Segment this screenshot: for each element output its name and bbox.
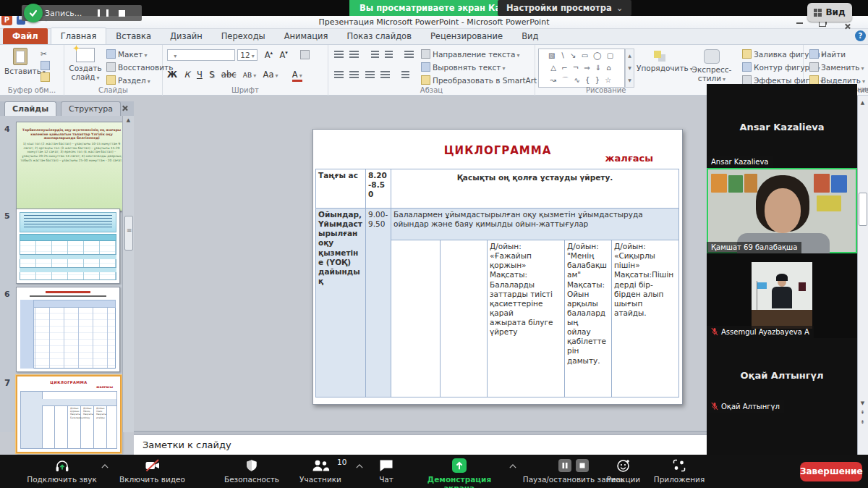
end-meeting-button[interactable]: Завершение: [800, 462, 862, 481]
slide-canvas[interactable]: ЦИКЛОГРАММА жалғасы Таңғы ас 8.20-8.50 Қ…: [312, 129, 683, 405]
slide-thumbnail-6[interactable]: [16, 287, 120, 372]
group-label[interactable]: Буфер обм...: [0, 86, 64, 94]
arrange-button[interactable]: Упорядочить: [637, 49, 683, 72]
tab-slideshow[interactable]: Показ слайдов: [338, 28, 421, 44]
participant-tile-active-speaker[interactable]: Қамшат 69 балабақша: [707, 168, 857, 253]
section-button[interactable]: Раздел: [106, 75, 150, 85]
character-spacing-button[interactable]: АВ: [243, 72, 256, 79]
pause-recording-icon[interactable]: [558, 459, 571, 472]
table-cell-row1-label[interactable]: Таңғы ас: [315, 169, 366, 209]
help-icon[interactable]: ?: [855, 30, 866, 41]
scrollbar-thumb[interactable]: [124, 216, 133, 251]
strikethrough-button[interactable]: abc: [221, 70, 237, 80]
tab-home[interactable]: Главная: [51, 28, 107, 44]
cut-button[interactable]: ✂: [41, 49, 47, 58]
shapes-gallery[interactable]: ▨ ∖ ↘ ▭ ◯ ▢ △ ⌐ ¬ ⇒ ⇓ ⌂ ↝ ⌒ ∿ { } ☆: [538, 49, 625, 88]
table-subcell-2[interactable]: [440, 240, 488, 397]
view-button[interactable]: Вид: [807, 3, 852, 22]
table-cell-row2-label[interactable]: Ойындар,Үйымдастырылған оқу қызметіне (Ү…: [315, 208, 366, 397]
quick-styles-button[interactable]: Экспресс-стили: [684, 49, 739, 83]
security-button[interactable]: Безопасность: [219, 458, 284, 484]
change-case-button[interactable]: Аа: [263, 70, 278, 80]
columns-icon[interactable]: [401, 71, 409, 78]
view-settings-button[interactable]: Настройки просмотра: [498, 0, 631, 16]
layout-button[interactable]: Макет: [106, 49, 147, 59]
participant-tile[interactable]: Ansar Kazalieva Ansar Kazalieva: [707, 84, 857, 168]
tab-view[interactable]: Вид: [512, 28, 548, 44]
tab-design[interactable]: Дизайн: [161, 28, 212, 44]
main-scrollbar[interactable]: ние ▲ ▼⇞⇟: [857, 84, 868, 455]
participants-options-chevron[interactable]: [356, 463, 363, 469]
reactions-button[interactable]: Реакции: [602, 458, 645, 484]
tab-insert[interactable]: Вставка: [106, 28, 161, 44]
join-audio-button[interactable]: Подключить звук: [20, 458, 103, 484]
chat-button[interactable]: Чат: [370, 458, 402, 484]
pause-recording-icon[interactable]: [98, 9, 109, 17]
participants-button[interactable]: Участники 10: [292, 458, 349, 484]
table-subcell-5[interactable]: Д/ойын: «Сиқырлы пішін» Мақсаты:Пішін де…: [611, 240, 679, 397]
slide-thumbnail-5[interactable]: [16, 209, 120, 284]
shapes-row[interactable]: ↝ ⌒ ∿ { } ☆: [539, 74, 624, 86]
share-screen-button[interactable]: Демонстрация экрана: [412, 458, 506, 488]
font-name-combo[interactable]: [167, 49, 235, 61]
participant-tile[interactable]: Assemgul Ayazbayeva A: [707, 253, 857, 338]
new-slide-button[interactable]: Создать слайд: [67, 48, 103, 81]
tab-file[interactable]: Файл: [3, 28, 48, 44]
text-direction-button[interactable]: Направление текста: [421, 49, 519, 59]
share-options-chevron[interactable]: [509, 463, 516, 469]
start-video-button[interactable]: Включить видео: [114, 458, 190, 484]
grow-font-button[interactable]: А▴: [265, 50, 273, 60]
table-subcell-3[interactable]: Д/ойын: «Ғажайып қоржын» Мақсаты: Балала…: [487, 240, 565, 397]
audio-options-chevron[interactable]: [101, 463, 109, 469]
shapes-gallery-scrollbar[interactable]: ▲▼▼: [625, 49, 634, 88]
scrollbar-thumb[interactable]: [859, 193, 867, 226]
stop-recording-icon[interactable]: [119, 10, 125, 17]
slide-thumbnail-4[interactable]: Тәрбиеленушілердің оқу жүктемесінің ең ж…: [16, 122, 127, 211]
find-button[interactable]: Найти: [809, 49, 846, 59]
bullets-icon[interactable]: [334, 51, 344, 58]
powerpoint-icon[interactable]: P: [1, 14, 12, 25]
shrink-font-button[interactable]: А▾: [279, 50, 287, 60]
increase-indent-icon[interactable]: [385, 51, 393, 58]
shapes-row[interactable]: △ ⌐ ¬ ⇒ ⇓ ⌂: [539, 62, 624, 74]
paste-button[interactable]: Вставить: [4, 48, 36, 75]
line-spacing-icon[interactable]: [404, 51, 414, 58]
close-button[interactable]: [838, 22, 856, 30]
stop-recording-icon[interactable]: [576, 459, 589, 472]
clear-formatting-icon[interactable]: [300, 50, 310, 59]
scroll-up-icon[interactable]: ▲: [857, 100, 868, 106]
tab-animation[interactable]: Анимация: [275, 28, 338, 44]
underline-button[interactable]: Ч: [197, 70, 203, 80]
table-cell-row2-content[interactable]: Балалармен ұйымдастырылған оқу қызметін …: [391, 208, 679, 240]
scroll-up-icon[interactable]: ▲: [123, 117, 134, 123]
table-cell-row1-time[interactable]: 8.20-8.50: [365, 169, 391, 209]
align-center-icon[interactable]: [349, 71, 359, 78]
table-cell-row1-content[interactable]: Қасықты оң қолға ұстауды үйрету.: [391, 169, 679, 209]
previous-next-slide-buttons[interactable]: ▼⇞⇟: [857, 399, 868, 427]
minimize-button[interactable]: [790, 19, 809, 28]
align-right-icon[interactable]: [365, 71, 375, 78]
slides-panel-scrollbar[interactable]: ▲: [122, 116, 134, 432]
shapes-row[interactable]: ▨ ∖ ↘ ▭ ◯ ▢: [539, 49, 624, 62]
participant-tile[interactable]: Оқай Алтынгүл Оқай Алтынгүл: [707, 338, 857, 455]
font-color-button[interactable]: А: [292, 70, 302, 82]
tab-transitions[interactable]: Переходы: [212, 28, 275, 44]
tab-review[interactable]: Рецензирование: [421, 28, 512, 44]
copy-button[interactable]: [41, 61, 52, 70]
align-left-icon[interactable]: [334, 71, 344, 78]
table-subcell-4[interactable]: Д/ойын: "Менің балабақшам" Мақсаты: Ойын…: [564, 240, 612, 397]
numbering-icon[interactable]: [349, 51, 359, 58]
decrease-indent-icon[interactable]: [371, 51, 379, 58]
tab-outline[interactable]: Структура: [61, 101, 121, 116]
slide-continuation-label[interactable]: жалғасы: [605, 153, 653, 164]
tab-slides-thumbnails[interactable]: Слайды: [4, 101, 56, 116]
align-text-button[interactable]: Выровнять текст: [421, 62, 505, 72]
table-cell-row2-time[interactable]: 9.00-9.50: [365, 208, 391, 397]
smartart-button[interactable]: Преобразовать в SmartArt: [421, 75, 541, 85]
replace-button[interactable]: Заменить: [809, 62, 864, 72]
font-size-combo[interactable]: 12: [237, 49, 258, 61]
italic-button[interactable]: К: [184, 70, 190, 80]
table-subcell-1[interactable]: [391, 240, 441, 397]
panel-close-icon[interactable]: [122, 104, 128, 114]
apps-button[interactable]: Приложения: [652, 458, 706, 484]
